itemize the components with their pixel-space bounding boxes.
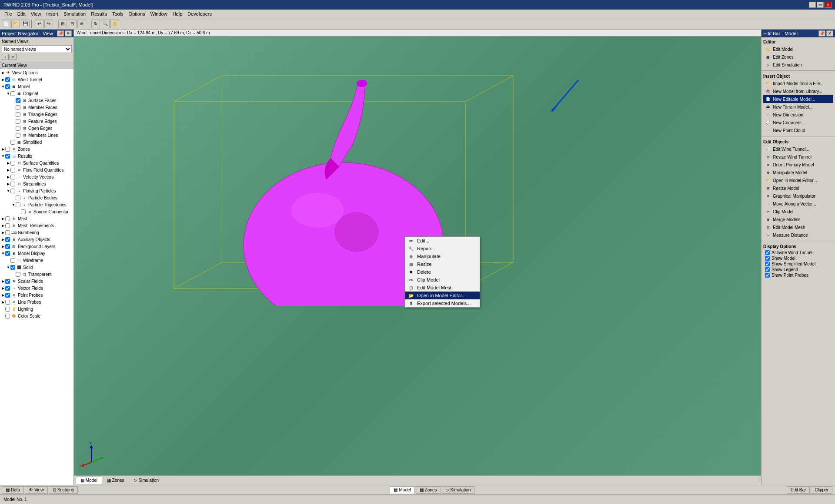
right-panel-close[interactable]: ✕ xyxy=(826,30,833,36)
rp-item-open-model-editor2[interactable]: 📂Open in Model Editor... xyxy=(763,176,833,184)
rp-item-new-comment[interactable]: 💬New Comment xyxy=(763,119,833,126)
rp-display-show-legend[interactable]: Show Legend xyxy=(763,267,833,272)
right-tab-edit-bar[interactable]: Edit Bar xyxy=(787,486,810,494)
ctx-item-edit-model-mesh[interactable]: ⊡Edit Model Mesh xyxy=(405,284,480,292)
rp-item-resize-wind-tunnel[interactable]: ⊞Resize Wind Tunnel xyxy=(763,153,833,161)
tree-expand-flow-field[interactable]: ▶ xyxy=(6,168,10,172)
ctx-item-clip-model[interactable]: ✂Clip Model xyxy=(405,276,480,284)
menu-item-help[interactable]: Help xyxy=(170,10,185,17)
tree-checkbox-members-lines[interactable] xyxy=(16,133,20,138)
tree-item-lighting[interactable]: 💡Lighting xyxy=(0,305,73,312)
named-views-select[interactable]: No named views xyxy=(2,45,72,53)
undo-button[interactable]: ↩ xyxy=(35,20,43,28)
tree-checkbox-particle-bodies[interactable] xyxy=(16,196,20,200)
tree-expand-surface-quantities[interactable]: ▶ xyxy=(6,161,10,165)
tree-checkbox-solid[interactable] xyxy=(10,265,15,270)
tree-expand-background-layers[interactable]: ▶ xyxy=(1,245,5,249)
vp-tab-model[interactable]: ▦ Model xyxy=(76,477,102,484)
tree-item-open-edges[interactable]: ⊡Open Edges xyxy=(0,125,73,132)
tree-item-mesh-refinements[interactable]: ▶⊟Mesh Refinements xyxy=(0,222,73,229)
rp-item-new-terrain-model[interactable]: 🏔New Terrain Model... xyxy=(763,103,833,111)
rp-item-edit-model[interactable]: 📐Edit Model xyxy=(763,45,833,53)
viewport-tab-zones[interactable]: ▦ Zones xyxy=(416,486,441,494)
menu-item-simulation[interactable]: Simulation xyxy=(61,10,88,17)
rp-checkbox-show-legend[interactable] xyxy=(765,267,770,272)
tree-checkbox-surface-faces[interactable] xyxy=(16,98,20,103)
tree-expand-particle-trajectories[interactable]: ▼ xyxy=(11,203,16,207)
tree-expand-auxiliary-objects[interactable]: ▶ xyxy=(1,238,5,242)
ctx-item-edit[interactable]: ✏Edit... xyxy=(405,237,480,245)
tree-checkbox-auxiliary-objects[interactable] xyxy=(5,237,10,242)
rp-item-move-along-vector[interactable]: →Move Along a Vector... xyxy=(763,200,833,208)
ctx-item-repair[interactable]: 🔧Repair... xyxy=(405,245,480,252)
tree-item-mesh[interactable]: ▶⊟Mesh xyxy=(0,215,73,222)
rp-item-new-point-cloud[interactable]: ·New Point Cloud xyxy=(763,126,833,134)
menu-item-view[interactable]: View xyxy=(28,10,44,17)
rp-item-merge-models[interactable]: ⊕Merge Models xyxy=(763,216,833,223)
rp-item-manipulate-model[interactable]: ⊕Manipulate Model xyxy=(763,169,833,176)
rp-checkbox-activate-wind-tunnel[interactable] xyxy=(765,250,770,255)
tree-item-surface-quantities[interactable]: ▶⊡Surface Quantities xyxy=(0,159,73,166)
tree-item-streamlines[interactable]: ▶⊡Streamlines xyxy=(0,180,73,187)
tree-item-source-connector[interactable]: ⊕Source Connector xyxy=(0,208,73,215)
tree-expand-scalar-fields[interactable]: ▶ xyxy=(1,279,5,283)
rp-item-new-editable-model[interactable]: 📄New Editable Model... xyxy=(763,95,833,103)
new-button[interactable]: 📄 xyxy=(2,20,10,28)
tree-item-vector-fields[interactable]: ▶→Vector Fields xyxy=(0,285,73,292)
tree-item-results[interactable]: ▼📊Results xyxy=(0,153,73,159)
tool-1[interactable]: ⊞ xyxy=(58,20,67,28)
tree-item-numbering[interactable]: ▶123Numbering xyxy=(0,229,73,236)
tree-expand-numbering[interactable]: ▶ xyxy=(1,231,5,235)
tree-item-member-faces[interactable]: ⊡Member Faces xyxy=(0,104,73,111)
tree-checkbox-point-probes[interactable] xyxy=(5,293,10,298)
menu-item-tools[interactable]: Tools xyxy=(110,10,126,17)
tree-item-color-scale[interactable]: 🎨Color Scale xyxy=(0,312,73,319)
context-menu[interactable]: ✏Edit...🔧Repair...⊕Manipulate⊞Resize✖Del… xyxy=(404,236,480,308)
tree-checkbox-open-edges[interactable] xyxy=(16,126,20,131)
minimize-button[interactable]: ─ xyxy=(809,2,816,8)
tree-item-flowing-particles[interactable]: ▼•Flowing Particles xyxy=(0,187,73,194)
viewport-tab-simulation[interactable]: ▷ Simulation xyxy=(442,486,475,494)
tree-expand-zones[interactable]: ▶ xyxy=(1,147,5,151)
rp-item-graphical-manipulator[interactable]: ⊕Graphical Manipulator xyxy=(763,192,833,200)
menu-item-developers[interactable]: Developers xyxy=(185,10,214,17)
close-button[interactable]: ✕ xyxy=(825,2,832,8)
menu-item-results[interactable]: Results xyxy=(88,10,110,17)
tree-checkbox-vector-fields[interactable] xyxy=(5,286,10,291)
panel-tab-sections[interactable]: ⊟ Sections xyxy=(49,486,78,494)
tree-checkbox-wind-tunnel[interactable] xyxy=(5,77,10,82)
tree-checkbox-zones[interactable] xyxy=(5,147,10,152)
rp-checkbox-show-simplified[interactable] xyxy=(765,262,770,266)
tool-2[interactable]: ⊟ xyxy=(68,20,77,28)
tree-expand-original[interactable]: ▼ xyxy=(6,92,10,96)
menu-item-file[interactable]: File xyxy=(2,10,15,17)
ctx-item-manipulate[interactable]: ⊕Manipulate xyxy=(405,252,480,260)
pan-button[interactable]: ✋ xyxy=(110,20,119,28)
rp-item-orient-primary-model[interactable]: ⊕Orient Primary Model xyxy=(763,161,833,169)
rp-item-edit-model-mesh2[interactable]: ⊡Edit Model Mesh xyxy=(763,223,833,231)
rp-display-show-point-probes[interactable]: Show Point Probes xyxy=(763,272,833,278)
tree-checkbox-mesh[interactable] xyxy=(5,216,10,221)
tree-item-particle-trajectories[interactable]: ▼•Particle Trajectories xyxy=(0,201,73,208)
tree-item-particle-bodies[interactable]: •Particle Bodies xyxy=(0,194,73,201)
ctx-item-open-model-editor[interactable]: 📂Open in Model Editor... xyxy=(405,292,480,299)
edit-view-icon[interactable]: ✏ xyxy=(10,54,17,60)
tree-checkbox-background-layers[interactable] xyxy=(5,244,10,249)
tree-checkbox-numbering[interactable] xyxy=(5,230,10,235)
rp-display-show-model[interactable]: Show Model xyxy=(763,255,833,261)
rp-item-clip-model2[interactable]: ✂Clip Model xyxy=(763,208,833,216)
add-view-icon[interactable]: + xyxy=(2,54,9,60)
tree-expand-velocity-vectors[interactable]: ▶ xyxy=(6,175,10,179)
rotate-button[interactable]: ↻ xyxy=(91,20,100,28)
tree-checkbox-mesh-refinements[interactable] xyxy=(5,223,10,228)
rp-item-new-model-library[interactable]: 📚New Model from Library... xyxy=(763,87,833,95)
tree-expand-flowing-particles[interactable]: ▼ xyxy=(6,189,10,193)
redo-button[interactable]: ↪ xyxy=(44,20,53,28)
left-panel-close[interactable]: ✕ xyxy=(65,30,72,36)
tree-item-simplified[interactable]: ▦Simplified xyxy=(0,139,73,146)
tree-checkbox-surface-quantities[interactable] xyxy=(10,161,15,166)
tree-item-feature-edges[interactable]: ⊡Feature Edges xyxy=(0,118,73,125)
tree-expand-model[interactable]: ▼ xyxy=(1,85,5,89)
vp-tab-zones[interactable]: ▦ Zones xyxy=(102,477,129,484)
ctx-item-delete[interactable]: ✖Delete xyxy=(405,268,480,276)
